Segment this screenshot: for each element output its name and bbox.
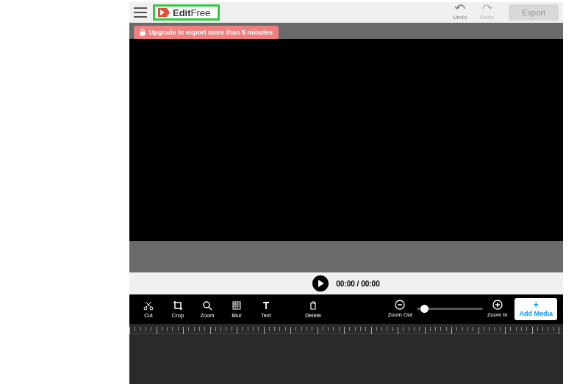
export-button[interactable]: Export [509,4,559,21]
plus-circle-icon [492,300,503,310]
zoom-button[interactable]: Zoom [194,300,220,319]
preview-area [129,23,563,272]
lock-icon [140,29,146,36]
blur-icon [232,300,242,311]
undo-redo-group: Undo Redo [453,4,494,21]
video-canvas [129,39,563,241]
svg-point-3 [204,302,209,308]
zoom-out-button[interactable]: Zoom Out [388,300,412,318]
svg-point-2 [150,307,153,310]
upgrade-text: Upgrade to export more than 5 minutes [149,29,273,36]
undo-button[interactable]: Undo [453,4,467,21]
zoom-slider[interactable] [417,308,483,310]
zoom-icon [202,300,212,311]
upgrade-banner[interactable]: Upgrade to export more than 5 minutes [134,26,279,39]
redo-label: Redo [480,14,494,21]
app-logo-highlight: EditFree [153,4,220,21]
crop-icon [173,300,183,311]
redo-button[interactable]: Redo [480,4,494,21]
hamburger-menu-icon[interactable] [134,7,147,18]
minus-circle-icon [395,300,405,310]
svg-rect-0 [140,32,145,35]
delete-button[interactable]: Delete [300,300,326,319]
plus-icon: + [534,300,539,310]
text-icon [261,300,271,311]
crop-button[interactable]: Crop [165,300,191,319]
scissors-icon [143,300,154,311]
zoom-controls: Zoom Out Zoom In + Add Media [388,298,557,319]
timeline[interactable] [129,324,563,384]
play-logo-icon [158,8,170,17]
zoom-in-button[interactable]: Zoom In [487,300,508,318]
app-window: EditFree Undo Redo Export Upgrade to exp… [129,2,563,384]
app-title: EditFree [173,7,210,18]
undo-label: Undo [453,14,467,21]
add-media-button[interactable]: + Add Media [514,298,557,319]
playback-bar: 00:00 / 00:00 [129,272,563,294]
svg-rect-4 [233,302,240,309]
editor-toolbar: Cut Crop Zoom Blur Text Delete Zoom Out [129,294,563,324]
undo-icon [454,4,466,13]
text-button[interactable]: Text [253,300,279,319]
timeline-ruler [129,324,563,334]
blur-button[interactable]: Blur [223,300,250,319]
time-display: 00:00 / 00:00 [336,280,380,288]
cut-button[interactable]: Cut [135,300,162,319]
top-bar: EditFree Undo Redo Export [129,2,563,23]
play-button[interactable] [312,275,329,292]
svg-point-1 [144,307,147,310]
redo-icon [481,4,493,13]
trash-icon [308,300,318,311]
